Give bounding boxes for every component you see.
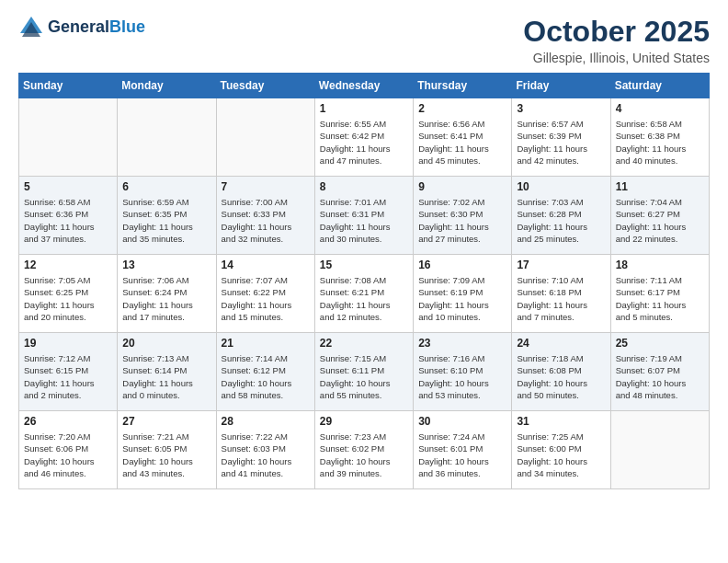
calendar-header-row: SundayMondayTuesdayWednesdayThursdayFrid… (19, 74, 710, 98)
title-section: October 2025 Gillespie, Illinois, United… (523, 15, 710, 65)
week-row-2: 5Sunrise: 6:58 AM Sunset: 6:36 PM Daylig… (19, 177, 710, 255)
day-number: 10 (517, 180, 605, 193)
day-cell: 23Sunrise: 7:16 AM Sunset: 6:10 PM Dayli… (414, 333, 512, 411)
week-row-5: 26Sunrise: 7:20 AM Sunset: 6:06 PM Dayli… (19, 411, 710, 489)
day-number: 21 (222, 337, 310, 350)
day-number: 15 (320, 259, 408, 271)
day-number: 1 (320, 102, 408, 115)
week-row-4: 19Sunrise: 7:12 AM Sunset: 6:15 PM Dayli… (19, 333, 710, 411)
day-number: 26 (24, 415, 112, 428)
day-cell: 13Sunrise: 7:06 AM Sunset: 6:24 PM Dayli… (118, 255, 216, 333)
day-number: 19 (24, 337, 112, 350)
location: Gillespie, Illinois, United States (523, 51, 710, 65)
day-cell: 27Sunrise: 7:21 AM Sunset: 6:05 PM Dayli… (118, 411, 216, 489)
day-info: Sunrise: 7:04 AM Sunset: 6:27 PM Dayligh… (616, 196, 704, 245)
day-cell: 3Sunrise: 6:57 AM Sunset: 6:39 PM Daylig… (512, 98, 610, 177)
header: GeneralBlue October 2025 Gillespie, Illi… (18, 15, 710, 65)
day-info: Sunrise: 7:14 AM Sunset: 6:12 PM Dayligh… (222, 352, 310, 401)
day-info: Sunrise: 6:56 AM Sunset: 6:41 PM Dayligh… (418, 118, 506, 167)
day-cell: 25Sunrise: 7:19 AM Sunset: 6:07 PM Dayli… (610, 333, 709, 411)
col-header-sunday: Sunday (19, 74, 118, 98)
day-number: 6 (122, 180, 210, 193)
day-number: 13 (122, 259, 210, 271)
day-info: Sunrise: 7:23 AM Sunset: 6:02 PM Dayligh… (320, 431, 408, 479)
day-number: 23 (418, 337, 506, 350)
day-info: Sunrise: 7:19 AM Sunset: 6:07 PM Dayligh… (616, 352, 704, 401)
day-info: Sunrise: 7:21 AM Sunset: 6:05 PM Dayligh… (122, 431, 210, 479)
day-cell: 19Sunrise: 7:12 AM Sunset: 6:15 PM Dayli… (19, 333, 118, 411)
calendar: SundayMondayTuesdayWednesdayThursdayFrid… (18, 73, 710, 489)
week-row-1: 1Sunrise: 6:55 AM Sunset: 6:42 PM Daylig… (19, 98, 710, 177)
day-info: Sunrise: 7:15 AM Sunset: 6:11 PM Dayligh… (320, 352, 408, 401)
day-info: Sunrise: 7:08 AM Sunset: 6:21 PM Dayligh… (320, 274, 408, 323)
day-number: 28 (222, 415, 310, 428)
day-info: Sunrise: 7:24 AM Sunset: 6:01 PM Dayligh… (418, 431, 506, 479)
day-info: Sunrise: 6:58 AM Sunset: 6:38 PM Dayligh… (616, 118, 704, 167)
day-number: 27 (122, 415, 210, 428)
day-cell: 6Sunrise: 6:59 AM Sunset: 6:35 PM Daylig… (118, 177, 216, 255)
day-cell (19, 98, 118, 177)
page-container: GeneralBlue October 2025 Gillespie, Illi… (0, 0, 728, 508)
day-cell: 22Sunrise: 7:15 AM Sunset: 6:11 PM Dayli… (314, 333, 413, 411)
logo-text: GeneralBlue (48, 17, 145, 38)
day-cell: 16Sunrise: 7:09 AM Sunset: 6:19 PM Dayli… (414, 255, 512, 333)
day-number: 5 (24, 180, 112, 193)
col-header-monday: Monday (118, 74, 216, 98)
day-info: Sunrise: 7:12 AM Sunset: 6:15 PM Dayligh… (24, 352, 112, 401)
day-cell: 5Sunrise: 6:58 AM Sunset: 6:36 PM Daylig… (19, 177, 118, 255)
day-info: Sunrise: 7:20 AM Sunset: 6:06 PM Dayligh… (24, 431, 112, 479)
day-cell: 7Sunrise: 7:00 AM Sunset: 6:33 PM Daylig… (216, 177, 314, 255)
day-cell: 15Sunrise: 7:08 AM Sunset: 6:21 PM Dayli… (314, 255, 413, 333)
day-cell: 18Sunrise: 7:11 AM Sunset: 6:17 PM Dayli… (610, 255, 709, 333)
day-cell: 29Sunrise: 7:23 AM Sunset: 6:02 PM Dayli… (314, 411, 413, 489)
day-number: 22 (320, 337, 408, 350)
day-cell (118, 98, 216, 177)
day-cell (610, 411, 709, 489)
day-number: 20 (122, 337, 210, 350)
day-number: 11 (616, 180, 704, 193)
logo-icon (18, 15, 44, 40)
day-number: 18 (616, 259, 704, 271)
day-info: Sunrise: 7:25 AM Sunset: 6:00 PM Dayligh… (517, 431, 605, 479)
logo: GeneralBlue (18, 15, 145, 40)
day-number: 31 (517, 415, 605, 428)
week-row-3: 12Sunrise: 7:05 AM Sunset: 6:25 PM Dayli… (19, 255, 710, 333)
day-info: Sunrise: 7:07 AM Sunset: 6:22 PM Dayligh… (222, 274, 310, 323)
day-cell: 28Sunrise: 7:22 AM Sunset: 6:03 PM Dayli… (216, 411, 314, 489)
day-info: Sunrise: 7:18 AM Sunset: 6:08 PM Dayligh… (517, 352, 605, 401)
day-number: 29 (320, 415, 408, 428)
day-info: Sunrise: 7:05 AM Sunset: 6:25 PM Dayligh… (24, 274, 112, 323)
day-cell: 24Sunrise: 7:18 AM Sunset: 6:08 PM Dayli… (512, 333, 610, 411)
day-info: Sunrise: 7:13 AM Sunset: 6:14 PM Dayligh… (122, 352, 210, 401)
day-number: 8 (320, 180, 408, 193)
day-info: Sunrise: 6:55 AM Sunset: 6:42 PM Dayligh… (320, 118, 408, 167)
day-cell: 14Sunrise: 7:07 AM Sunset: 6:22 PM Dayli… (216, 255, 314, 333)
day-cell: 2Sunrise: 6:56 AM Sunset: 6:41 PM Daylig… (414, 98, 512, 177)
day-info: Sunrise: 7:09 AM Sunset: 6:19 PM Dayligh… (418, 274, 506, 323)
day-cell: 10Sunrise: 7:03 AM Sunset: 6:28 PM Dayli… (512, 177, 610, 255)
day-cell: 17Sunrise: 7:10 AM Sunset: 6:18 PM Dayli… (512, 255, 610, 333)
day-number: 7 (222, 180, 310, 193)
day-number: 30 (418, 415, 506, 428)
day-cell: 9Sunrise: 7:02 AM Sunset: 6:30 PM Daylig… (414, 177, 512, 255)
day-info: Sunrise: 7:02 AM Sunset: 6:30 PM Dayligh… (418, 196, 506, 245)
day-info: Sunrise: 7:00 AM Sunset: 6:33 PM Dayligh… (222, 196, 310, 245)
col-header-thursday: Thursday (414, 74, 512, 98)
day-info: Sunrise: 7:01 AM Sunset: 6:31 PM Dayligh… (320, 196, 408, 245)
day-cell: 4Sunrise: 6:58 AM Sunset: 6:38 PM Daylig… (610, 98, 709, 177)
day-number: 12 (24, 259, 112, 271)
day-info: Sunrise: 7:11 AM Sunset: 6:17 PM Dayligh… (616, 274, 704, 323)
day-number: 3 (517, 102, 605, 115)
day-info: Sunrise: 6:58 AM Sunset: 6:36 PM Dayligh… (24, 196, 112, 245)
day-cell: 31Sunrise: 7:25 AM Sunset: 6:00 PM Dayli… (512, 411, 610, 489)
day-number: 16 (418, 259, 506, 271)
day-info: Sunrise: 7:16 AM Sunset: 6:10 PM Dayligh… (418, 352, 506, 401)
day-number: 14 (222, 259, 310, 271)
day-cell: 8Sunrise: 7:01 AM Sunset: 6:31 PM Daylig… (314, 177, 413, 255)
day-number: 24 (517, 337, 605, 350)
col-header-friday: Friday (512, 74, 610, 98)
day-info: Sunrise: 7:06 AM Sunset: 6:24 PM Dayligh… (122, 274, 210, 323)
col-header-saturday: Saturday (610, 74, 709, 98)
day-cell (216, 98, 314, 177)
day-number: 4 (616, 102, 704, 115)
